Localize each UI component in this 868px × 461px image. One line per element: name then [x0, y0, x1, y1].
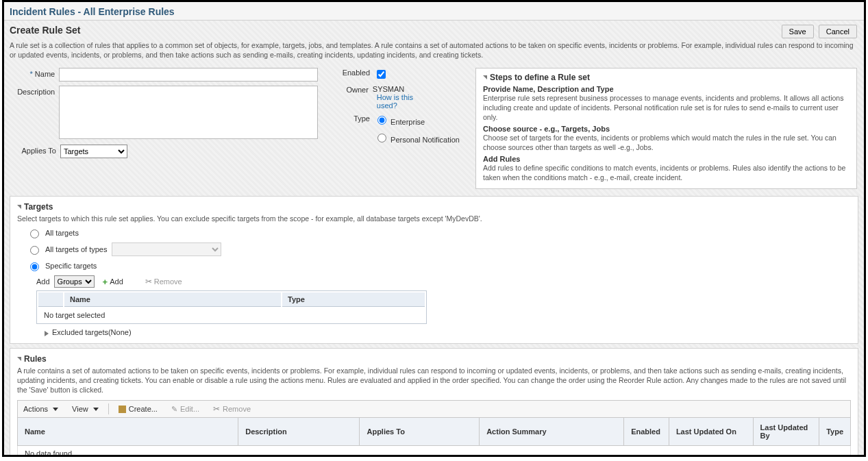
scissors-icon: ✂	[213, 404, 220, 414]
save-button[interactable]: Save	[782, 25, 814, 38]
rules-view-menu[interactable]: View	[66, 403, 104, 415]
page-heading: Create Rule Set	[10, 25, 80, 36]
targets-col-type: Type	[282, 292, 425, 307]
step1-body: Enterprise rule sets represent business …	[483, 94, 850, 122]
owner-help-link[interactable]: How is this used?	[377, 93, 432, 110]
rules-col-updated-on: Last Updated On	[669, 418, 753, 446]
owner-label: Owner	[332, 85, 373, 94]
excluded-targets-toggle[interactable]: Excluded targets(None)	[45, 328, 851, 336]
rules-col-name: Name	[18, 418, 238, 446]
rules-no-data: No data found	[18, 446, 851, 457]
breadcrumb: Incident Rules - All Enterprise Rules	[4, 2, 864, 21]
add-target-button[interactable]: +Add	[99, 276, 127, 287]
rules-col-action: Action Summary	[480, 418, 624, 446]
targets-title: Targets	[24, 202, 53, 212]
description-textarea[interactable]	[59, 86, 318, 139]
rules-col-enabled: Enabled	[624, 418, 669, 446]
create-icon	[119, 406, 126, 413]
steps-panel: Steps to define a Rule set Provide Name,…	[475, 68, 857, 188]
targets-specific-label: Specific targets	[45, 262, 97, 270]
targets-types-label: All targets of types	[45, 245, 108, 253]
add-label: Add	[36, 277, 50, 286]
rules-col-desc: Description	[238, 418, 360, 446]
steps-title: Steps to define a Rule set	[490, 73, 590, 82]
targets-types-select[interactable]	[112, 242, 221, 256]
chevron-down-icon	[53, 408, 58, 411]
type-enterprise-label: Enterprise	[390, 118, 425, 126]
chevron-down-icon	[93, 408, 99, 411]
rules-actions-menu[interactable]: Actions	[18, 403, 64, 415]
table-row: No data found	[18, 446, 851, 457]
targets-all-label: All targets	[45, 229, 79, 237]
type-radio-personal[interactable]	[377, 134, 386, 142]
collapse-icon[interactable]	[483, 75, 487, 79]
step3-body: Add rules to define specific conditions …	[483, 164, 850, 182]
rules-create-button[interactable]: Create...	[113, 403, 163, 415]
applies-to-label: Applies To	[10, 145, 60, 155]
rules-col-type: Type	[819, 418, 851, 446]
type-radio-enterprise[interactable]	[377, 116, 386, 125]
enabled-label: Enabled	[332, 68, 374, 77]
rules-desc: A rule contains a set of automated actio…	[17, 366, 851, 395]
plus-icon: +	[103, 278, 108, 286]
targets-no-data: No target selected	[38, 308, 425, 322]
name-label: Name	[35, 70, 55, 78]
type-personal-label: Personal Notification	[390, 136, 460, 144]
step3-head: Add Rules	[483, 155, 850, 163]
intro-text: A rule set is a collection of rules that…	[4, 40, 864, 65]
rules-edit-button[interactable]: Edit...	[166, 403, 205, 416]
targets-radio-types[interactable]	[30, 246, 39, 255]
chevron-right-icon	[45, 331, 49, 336]
remove-target-button[interactable]: ✂Remove	[141, 275, 186, 288]
targets-radio-all[interactable]	[30, 229, 39, 238]
rules-remove-button[interactable]: ✂Remove	[208, 402, 256, 416]
cancel-button[interactable]: Cancel	[819, 25, 857, 38]
owner-value: SYSMAN	[373, 85, 404, 93]
description-label: Description	[10, 86, 59, 96]
targets-table: Name Type No target selected	[36, 290, 427, 324]
rules-table: Name Description Applies To Action Summa…	[17, 417, 851, 457]
collapse-icon[interactable]	[17, 205, 21, 209]
add-type-select[interactable]: Groups	[54, 275, 95, 288]
targets-radio-specific[interactable]	[30, 262, 39, 271]
step1-head: Provide Name, Description and Type	[483, 85, 850, 93]
step2-body: Choose set of targets for the events, in…	[483, 134, 850, 152]
pencil-icon	[171, 405, 177, 414]
type-label: Type	[332, 114, 374, 123]
targets-desc: Select targets to which this rule set ap…	[17, 214, 851, 224]
rules-title: Rules	[24, 354, 47, 364]
name-input[interactable]	[59, 68, 318, 82]
rules-col-applies: Applies To	[360, 418, 480, 446]
table-row: No target selected	[38, 308, 425, 322]
enabled-checkbox[interactable]	[377, 70, 386, 79]
collapse-icon[interactable]	[17, 357, 21, 361]
step2-head: Choose source - e.g., Targets, Jobs	[483, 125, 850, 133]
applies-to-select[interactable]: Targets	[60, 145, 127, 158]
targets-col-name: Name	[64, 292, 281, 307]
rules-col-updated-by: Last Updated By	[753, 418, 819, 446]
scissors-icon: ✂	[145, 277, 152, 286]
